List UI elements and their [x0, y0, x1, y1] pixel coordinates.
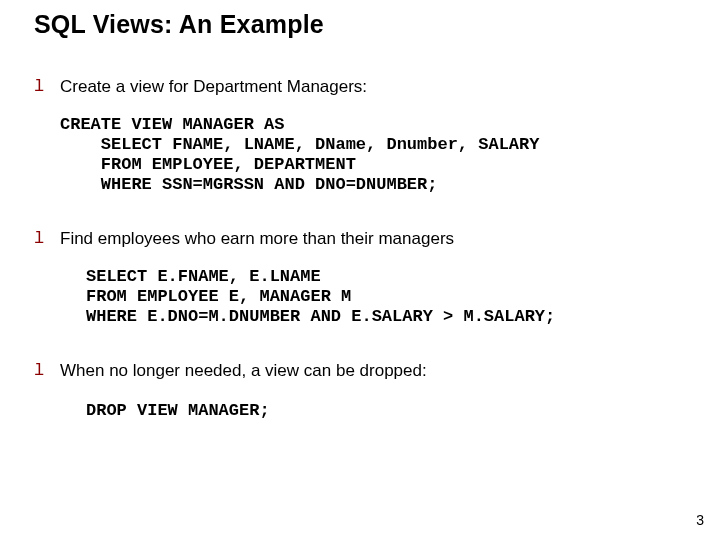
- bullet-text: Find employees who earn more than their …: [60, 229, 454, 249]
- bullet-text: When no longer needed, a view can be dro…: [60, 361, 427, 381]
- bullet-marker: l: [34, 77, 60, 97]
- bullet-text: Create a view for Department Managers:: [60, 77, 367, 97]
- bullet-marker: l: [34, 229, 60, 249]
- bullet-item: l Create a view for Department Managers:: [34, 77, 686, 97]
- code-block-create-view: CREATE VIEW MANAGER AS SELECT FNAME, LNA…: [60, 115, 686, 195]
- code-block-drop-view: DROP VIEW MANAGER;: [86, 401, 686, 421]
- bullet-item: l When no longer needed, a view can be d…: [34, 361, 686, 381]
- slide-title: SQL Views: An Example: [34, 10, 686, 39]
- bullet-item: l Find employees who earn more than thei…: [34, 229, 686, 249]
- page-number: 3: [696, 512, 704, 528]
- slide: SQL Views: An Example l Create a view fo…: [0, 0, 720, 540]
- bullet-marker: l: [34, 361, 60, 381]
- code-block-select: SELECT E.FNAME, E.LNAME FROM EMPLOYEE E,…: [86, 267, 686, 327]
